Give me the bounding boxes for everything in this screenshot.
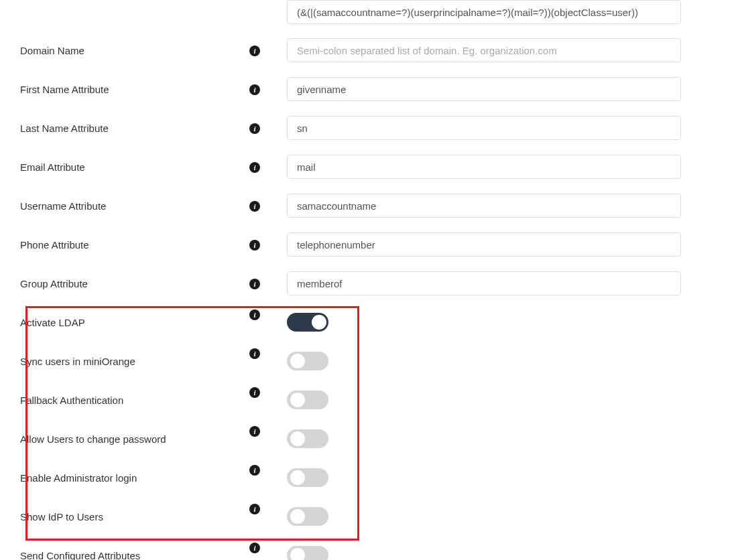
phone-input[interactable] <box>287 232 681 257</box>
username-label: Username Attribute <box>20 200 106 212</box>
fallback-auth-label: Fallback Authentication <box>20 395 123 406</box>
info-icon[interactable]: i <box>249 504 260 514</box>
info-icon[interactable]: i <box>249 348 260 359</box>
search-filter-input[interactable] <box>287 0 681 24</box>
last-name-input[interactable] <box>287 116 681 140</box>
sync-users-label: Sync users in miniOrange <box>20 356 135 367</box>
show-idp-toggle[interactable] <box>287 507 328 526</box>
info-icon[interactable]: i <box>249 387 260 398</box>
first-name-input[interactable] <box>287 77 681 101</box>
info-icon[interactable]: i <box>249 543 260 553</box>
group-label: Group Attribute <box>20 278 88 289</box>
email-label: Email Attribute <box>20 161 85 173</box>
info-icon[interactable]: i <box>249 201 260 212</box>
domain-name-input[interactable] <box>287 38 681 62</box>
activate-ldap-toggle[interactable] <box>287 313 328 332</box>
username-input[interactable] <box>287 194 681 218</box>
first-name-label: First Name Attribute <box>20 84 109 95</box>
enable-admin-login-toggle[interactable] <box>287 468 328 487</box>
enable-admin-login-label: Enable Administrator login <box>20 472 137 484</box>
info-icon[interactable]: i <box>249 309 260 320</box>
info-icon[interactable]: i <box>249 426 260 437</box>
info-icon[interactable]: i <box>249 123 260 134</box>
allow-change-password-toggle[interactable] <box>287 429 328 448</box>
sync-users-toggle[interactable] <box>287 352 328 370</box>
activate-ldap-label: Activate LDAP <box>20 317 85 328</box>
email-input[interactable] <box>287 155 681 179</box>
phone-label: Phone Attribute <box>20 239 89 251</box>
last-name-label: Last Name Attribute <box>20 123 109 134</box>
group-input[interactable] <box>287 271 681 295</box>
send-attributes-toggle[interactable] <box>287 546 328 560</box>
domain-name-label: Domain Name <box>20 45 84 56</box>
info-icon[interactable]: i <box>249 465 260 476</box>
fallback-auth-toggle[interactable] <box>287 391 328 409</box>
info-icon[interactable]: i <box>249 279 260 289</box>
info-icon[interactable]: i <box>249 240 260 251</box>
send-attributes-label: Send Configured Attributes <box>20 550 140 561</box>
info-icon[interactable]: i <box>249 162 260 173</box>
info-icon[interactable]: i <box>249 84 260 95</box>
show-idp-label: Show IdP to Users <box>20 511 103 522</box>
allow-change-password-label: Allow Users to change password <box>20 433 166 445</box>
info-icon[interactable]: i <box>249 46 260 56</box>
